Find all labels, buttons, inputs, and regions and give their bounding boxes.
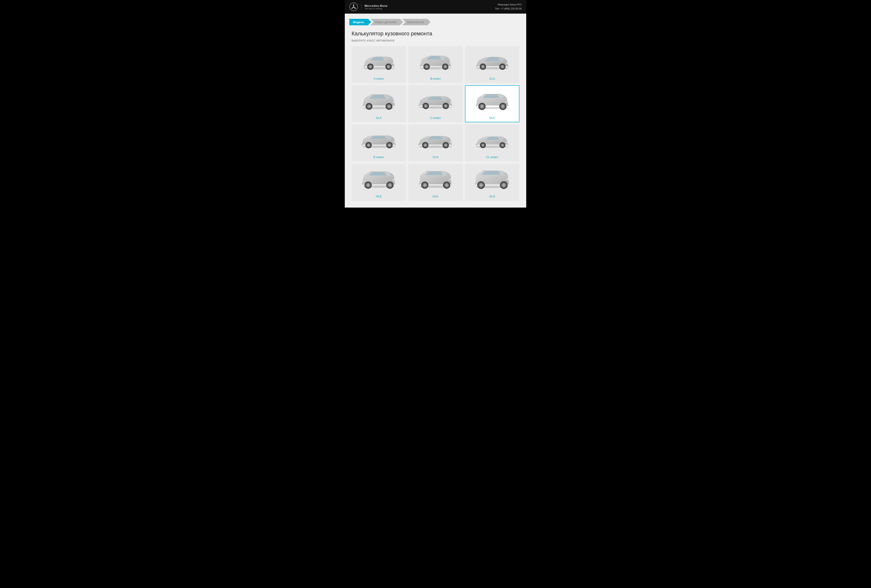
svg-point-46 xyxy=(444,105,447,107)
car-image-glk xyxy=(411,168,460,192)
car-image-cla xyxy=(468,50,517,75)
car-card-cla[interactable]: CLA xyxy=(465,46,519,83)
step-color-label: Окрас деталей xyxy=(370,19,403,25)
car-card-a-class[interactable]: А-класс xyxy=(352,46,406,83)
car-image-glc xyxy=(468,89,517,114)
car-svg-b-class xyxy=(416,52,455,72)
svg-point-86 xyxy=(367,184,370,187)
car-name-e-class: E-класс xyxy=(374,156,384,159)
car-card-cl-class[interactable]: CL-класс xyxy=(465,124,519,162)
car-card-glk[interactable]: GLK xyxy=(408,164,463,201)
svg-point-5 xyxy=(353,6,354,7)
car-svg-cla xyxy=(473,52,512,72)
step-signup: Записаться xyxy=(402,18,431,26)
car-svg-a-class xyxy=(359,52,398,72)
svg-point-47 xyxy=(450,102,452,103)
car-card-cls[interactable]: CLS xyxy=(408,124,463,162)
svg-point-52 xyxy=(480,105,483,108)
car-card-b-class[interactable]: В-класс xyxy=(408,46,463,83)
car-image-cls xyxy=(411,128,460,153)
car-image-c-class xyxy=(411,89,460,114)
svg-rect-83 xyxy=(370,172,387,172)
svg-marker-2 xyxy=(353,3,354,7)
svg-point-108 xyxy=(506,178,509,180)
dealer-phone: Тел. +7 (495) 225 00 00 xyxy=(495,7,522,11)
svg-point-61 xyxy=(367,144,370,146)
brand-name: Mercedes-Benz xyxy=(365,4,388,7)
logo-text: Mercedes-Benz The best or nothing. xyxy=(361,4,388,10)
svg-point-12 xyxy=(388,66,390,68)
svg-rect-49 xyxy=(484,94,500,94)
car-svg-gla xyxy=(359,91,398,112)
car-name-cls: CLS xyxy=(433,156,438,159)
svg-point-90 xyxy=(392,179,395,181)
svg-point-56 xyxy=(506,101,508,103)
car-card-e-class[interactable]: E-класс xyxy=(352,124,406,162)
svg-point-99 xyxy=(449,178,452,180)
svg-point-64 xyxy=(388,144,391,146)
car-image-gle xyxy=(354,168,403,192)
svg-point-35 xyxy=(368,105,370,108)
svg-rect-57 xyxy=(506,103,507,104)
section-label: ВЫБЕРИТЕ КЛАСС АВТОМОБИЛЯ xyxy=(352,39,519,42)
svg-rect-92 xyxy=(426,171,443,172)
svg-point-95 xyxy=(424,184,426,187)
car-svg-gle xyxy=(359,170,398,190)
car-image-gls xyxy=(468,168,517,192)
car-card-c-class[interactable]: С-класс xyxy=(408,85,463,122)
header: Mercedes-Benz The best or nothing. Мерсе… xyxy=(345,0,526,13)
svg-point-18 xyxy=(425,66,428,68)
site-container: Mercedes-Benz The best or nothing. Мерсе… xyxy=(345,0,526,208)
svg-point-73 xyxy=(449,141,452,142)
steps-navigation: Модель Окрас деталей Записаться xyxy=(345,13,526,28)
svg-point-72 xyxy=(444,144,447,146)
car-svg-e-class xyxy=(359,130,398,151)
car-name-gle: GLE xyxy=(376,195,382,198)
car-image-a-class xyxy=(354,50,403,75)
brand-tagline: The best or nothing. xyxy=(365,7,388,10)
svg-point-9 xyxy=(369,66,371,68)
svg-point-98 xyxy=(445,184,448,187)
svg-point-29 xyxy=(501,66,504,68)
svg-point-65 xyxy=(393,141,395,142)
step-signup-label: Записаться xyxy=(402,19,431,25)
car-image-cl-class xyxy=(468,128,517,153)
car-name-glk: GLK xyxy=(433,195,438,198)
car-card-gle[interactable]: GLE xyxy=(352,164,406,201)
car-svg-cl-class xyxy=(473,130,512,151)
svg-point-13 xyxy=(392,63,394,64)
svg-point-107 xyxy=(503,184,505,187)
svg-point-30 xyxy=(506,63,508,64)
step-model[interactable]: Модель xyxy=(349,18,371,26)
car-name-b-class: В-класс xyxy=(430,77,441,80)
svg-point-22 xyxy=(449,62,451,63)
svg-point-21 xyxy=(444,66,446,68)
svg-point-14 xyxy=(364,63,365,64)
car-image-e-class xyxy=(354,128,403,153)
car-svg-glc xyxy=(473,91,512,112)
header-dealer-info: Мерседес-Бенц РУС Тел. +7 (495) 225 00 0… xyxy=(495,3,522,10)
svg-point-77 xyxy=(482,144,484,146)
car-card-gla[interactable]: GLA xyxy=(352,85,406,122)
car-card-glc[interactable]: GLC xyxy=(465,85,519,122)
svg-point-89 xyxy=(389,184,391,187)
car-card-gls[interactable]: GLS xyxy=(465,164,519,201)
page-title: Калькулятор кузовного ремонта xyxy=(352,30,519,37)
svg-point-39 xyxy=(392,102,395,103)
header-left: Mercedes-Benz The best or nothing. xyxy=(349,3,388,11)
car-name-cl-class: CL-класс xyxy=(486,156,498,159)
car-name-gls: GLS xyxy=(489,195,495,198)
car-svg-gls xyxy=(473,170,512,190)
svg-point-26 xyxy=(482,66,484,68)
page-wrapper: Mercedes-Benz The best or nothing. Мерсе… xyxy=(0,0,871,208)
svg-point-104 xyxy=(480,184,483,187)
svg-rect-109 xyxy=(506,181,508,182)
car-image-b-class xyxy=(411,50,460,75)
svg-rect-32 xyxy=(371,94,387,95)
car-name-a-class: А-класс xyxy=(374,77,384,80)
main-content: Калькулятор кузовного ремонта ВЫБЕРИТЕ К… xyxy=(345,28,526,208)
svg-point-81 xyxy=(506,142,508,143)
car-name-c-class: С-класс xyxy=(430,116,441,120)
car-name-gla: GLA xyxy=(376,116,382,120)
step-model-label: Модель xyxy=(349,19,371,25)
